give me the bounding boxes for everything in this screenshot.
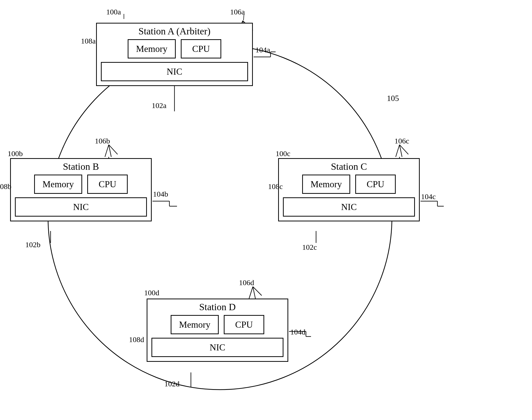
label-100b: 100b: [8, 149, 23, 158]
label-100a: 100a: [106, 8, 121, 16]
label-106c: 106c: [394, 137, 409, 145]
station-c-cpu: CPU: [355, 175, 396, 194]
station-c-nic: NIC: [283, 197, 415, 217]
label-108d: 108d: [129, 335, 144, 344]
svg-line-20: [396, 145, 400, 157]
label-102c: 102c: [302, 243, 317, 251]
label-104a: 104a: [255, 46, 270, 54]
label-108c: 108c: [268, 182, 283, 191]
label-106a: 106a: [230, 8, 245, 16]
station-a-title: Station A (Arbiter): [97, 24, 252, 39]
station-b-cpu: CPU: [87, 175, 128, 194]
diagram: Station A (Arbiter) Memory CPU NIC Stati…: [0, 0, 532, 420]
label-108b: 108b: [0, 182, 11, 191]
svg-line-22: [400, 145, 408, 154]
station-b-box: Station B Memory CPU NIC: [10, 158, 152, 221]
station-a-nic: NIC: [101, 62, 248, 81]
label-102d: 102d: [164, 380, 180, 388]
station-c-memory: Memory: [302, 175, 350, 194]
label-104b: 104b: [153, 190, 168, 198]
label-102b: 102b: [25, 240, 40, 249]
svg-line-12: [109, 145, 111, 157]
svg-line-21: [400, 145, 402, 157]
station-d-title: Station D: [147, 299, 287, 315]
svg-line-30: [253, 287, 262, 296]
svg-line-29: [253, 287, 255, 299]
station-d-box: Station D Memory CPU NIC: [147, 299, 288, 362]
station-d-nic: NIC: [151, 338, 283, 357]
station-b-title: Station B: [11, 159, 151, 175]
svg-line-13: [109, 145, 118, 154]
station-d-cpu: CPU: [224, 315, 264, 334]
station-d-memory: Memory: [171, 315, 219, 334]
label-104d: 104d: [290, 328, 305, 336]
svg-line-11: [105, 145, 109, 157]
label-106d: 106d: [239, 278, 254, 287]
label-108a: 108a: [81, 37, 96, 45]
label-100c: 100c: [276, 149, 290, 158]
label-102a: 102a: [152, 101, 166, 110]
station-a-cpu: CPU: [181, 39, 221, 58]
label-104c: 104c: [421, 192, 436, 201]
svg-line-28: [249, 287, 253, 299]
station-a-memory: Memory: [128, 39, 176, 58]
station-a-box: Station A (Arbiter) Memory CPU NIC: [96, 23, 253, 86]
label-106b: 106b: [95, 137, 110, 145]
label-100d: 100d: [144, 288, 159, 297]
station-c-box: Station C Memory CPU NIC: [278, 158, 420, 221]
station-b-memory: Memory: [34, 175, 82, 194]
station-b-nic: NIC: [15, 197, 147, 217]
station-c-title: Station C: [279, 159, 419, 175]
label-105: 105: [387, 94, 399, 103]
